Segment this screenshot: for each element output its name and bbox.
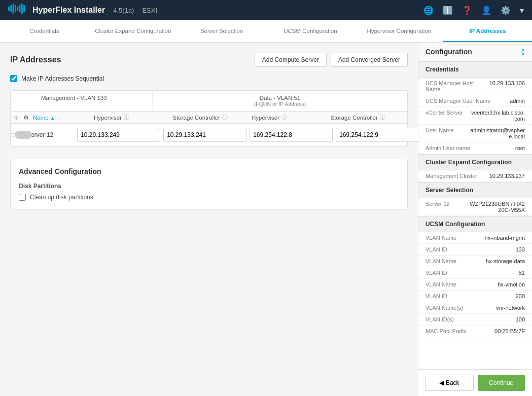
ip-table: Management - VLAN 133 Data - VLAN 51 (FQ… [10, 90, 408, 147]
config-body: Credentials UCS Manager Host Name 10.29.… [418, 61, 532, 396]
disk-partitions-label: Disk Partitions [19, 183, 399, 190]
config-row: VLAN ID 51 [418, 267, 532, 279]
settings-icon[interactable]: ⚙️ [501, 6, 511, 15]
config-title: Configuration [425, 48, 472, 56]
svg-rect-4 [17, 7, 18, 11]
top-nav-icons: 🌐 ℹ️ ❓ 👤 ⚙️ ▾ [423, 6, 524, 15]
svg-rect-6 [21, 4, 23, 14]
drag-handle[interactable]: ≡ [11, 131, 15, 139]
svg-rect-3 [15, 5, 16, 12]
right-panel: Configuration ⟪ Credentials UCS Manager … [418, 43, 532, 396]
sort-icon: ⇅ [14, 115, 18, 121]
bottom-bar: ◀ Back Continue [418, 369, 532, 396]
step-nav: Credentials Cluster Expand Configuration… [0, 20, 532, 43]
hypervisor-mgmt-info-icon[interactable]: ⓘ [124, 114, 129, 121]
config-row: VLAN Name hx-storage-data [418, 256, 532, 267]
top-nav: HyperFlex Installer 4.5(1a) ESXI 🌐 ℹ️ ❓ … [0, 0, 532, 20]
back-button[interactable]: ◀ Back [425, 375, 474, 391]
config-server-selection-header: Server Selection [418, 182, 532, 198]
app-version: 4.5(1a) [113, 7, 134, 14]
step-server-selection[interactable]: Server Selection [178, 20, 266, 42]
back-arrow-icon: ◀ [439, 379, 444, 386]
config-row: VLAN ID(s) 100 [418, 314, 532, 326]
config-row: Admin User name root [418, 142, 532, 154]
step-cluster-expand[interactable]: Cluster Expand Configuration [89, 20, 178, 42]
col-header-row: ⇅ ⚙ Name ▲ Hypervisor ⓘ Storage Controll… [11, 112, 407, 124]
globe-icon[interactable]: 🌐 [423, 6, 434, 15]
data-hypervisor-input[interactable] [250, 128, 333, 142]
storage-mgmt-col-header: Storage Controller ⓘ [171, 114, 250, 121]
chevron-down-icon[interactable]: ▾ [520, 6, 524, 15]
app-title: HyperFlex Installer [32, 6, 105, 15]
hypervisor-mgmt-col-header: Hypervisor ⓘ [92, 114, 171, 121]
sequential-checkbox-row: Make IP Addresses Sequential [10, 75, 408, 82]
server-toggle[interactable] [15, 131, 32, 139]
config-ucsm-header: UCSM Configuration [418, 216, 532, 232]
info-icon[interactable]: ℹ️ [443, 6, 453, 15]
svg-rect-2 [13, 4, 14, 14]
ip-section-header: IP Addresses Add Compute Server Add Conv… [10, 53, 408, 67]
config-row: VLAN ID 133 [418, 244, 532, 256]
cleanup-row: Clean up disk partitions [19, 194, 399, 201]
config-credentials-header: Credentials [418, 61, 532, 78]
section-buttons: Add Compute Server Add Converged Server [255, 53, 408, 67]
step-ucsm-config[interactable]: UCSM Configuration [266, 20, 354, 42]
sequential-checkbox[interactable] [10, 75, 17, 82]
drag-col-header: ⇅ [11, 114, 21, 121]
user-icon[interactable]: 👤 [481, 6, 491, 15]
mgmt-hypervisor-input[interactable] [77, 128, 160, 142]
continue-button[interactable]: Continue [478, 375, 525, 391]
ip-section-title: IP Addresses [10, 55, 61, 64]
svg-rect-5 [19, 5, 21, 12]
config-row: User Name administrator@vsphere.local [418, 125, 532, 142]
server-name-cell: Server 12 [25, 131, 76, 138]
cisco-logo [8, 3, 26, 17]
step-ip-addresses[interactable]: IP Addresses [443, 20, 532, 42]
vlan-data-header: Data - VLAN 51 (FQDN or IP Address) [153, 91, 407, 111]
app-type: ESXI [142, 7, 157, 14]
main-layout: IP Addresses Add Compute Server Add Conv… [0, 43, 532, 396]
add-compute-server-button[interactable]: Add Compute Server [255, 53, 327, 67]
svg-rect-0 [8, 7, 10, 11]
hypervisor-data-info-icon[interactable]: ⓘ [281, 114, 287, 121]
cleanup-checkbox[interactable] [19, 194, 26, 201]
sequential-checkbox-label: Make IP Addresses Sequential [21, 75, 104, 82]
left-panel: IP Addresses Add Compute Server Add Conv… [0, 43, 418, 396]
mgmt-storage-input[interactable] [163, 128, 246, 142]
config-cluster-expand-header: Cluster Expand Configuration [418, 154, 532, 170]
advanced-config-section: Advanced Configuration Disk Partitions C… [10, 159, 408, 209]
collapse-icon[interactable]: ⟪ [521, 48, 525, 56]
step-hypervisor-config[interactable]: Hypervisor Configuration [354, 20, 443, 42]
advanced-title: Advanced Configuration [19, 167, 399, 175]
config-row: Management Cluster 10.29.133.237 [418, 170, 532, 182]
storage-data-info-icon[interactable]: ⓘ [380, 114, 385, 121]
name-col-header[interactable]: Name ▲ [31, 115, 92, 121]
cleanup-checkbox-label: Clean up disk partitions [30, 194, 93, 201]
step-credentials[interactable]: Credentials [0, 20, 89, 42]
hypervisor-data-col-header: Hypervisor ⓘ [250, 114, 329, 121]
svg-rect-1 [10, 5, 12, 12]
storage-mgmt-info-icon[interactable]: ⓘ [222, 114, 228, 121]
config-row: UCS Manager User Name admin [418, 95, 532, 107]
vlan-mgmt-header: Management - VLAN 133 [11, 91, 153, 111]
toggle-cell [15, 131, 25, 139]
config-row: vCenter Server vcenter3.hx.lab.cisco.com [418, 107, 532, 125]
config-row: VLAN ID 200 [418, 291, 532, 302]
data-storage-input[interactable] [336, 128, 418, 142]
svg-rect-7 [23, 5, 25, 12]
config-header: Configuration ⟪ [418, 43, 532, 61]
add-converged-server-button[interactable]: Add Converged Server [331, 53, 408, 67]
config-row: VLAN Name(s) vm-network [418, 302, 532, 314]
help-icon[interactable]: ❓ [462, 6, 472, 15]
storage-data-col-header: Storage Controller ⓘ [329, 114, 408, 121]
col-icon: ⚙ [23, 114, 29, 121]
table-row: ≡ Server 12 [11, 124, 407, 146]
config-row: UCS Manager Host Name 10.29.133.106 [418, 78, 532, 95]
icon-col-header: ⚙ [21, 114, 31, 121]
config-row: VLAN Name hx-vmotion [418, 279, 532, 291]
config-row: VLAN Name hx-inband-mgmt [418, 232, 532, 244]
config-row: MAC Pool Prefix 00:25:B5:7F [418, 326, 532, 337]
vlan-header-row: Management - VLAN 133 Data - VLAN 51 (FQ… [11, 91, 407, 112]
config-row: Server 12 WZP21230UBN / HX220C-M55X [418, 198, 532, 216]
